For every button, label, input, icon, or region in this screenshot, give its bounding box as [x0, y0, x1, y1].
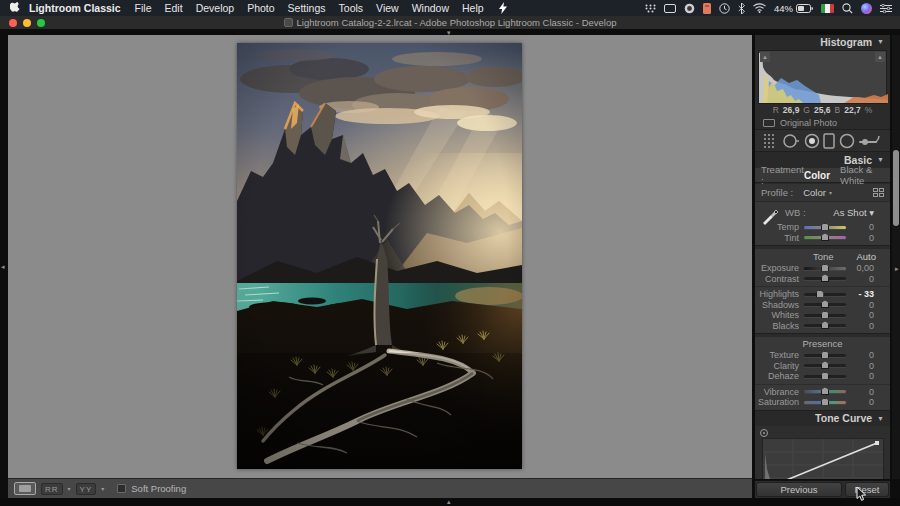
- show-top-panel-arrow-icon[interactable]: ▾: [447, 29, 451, 36]
- whites-slider[interactable]: [804, 314, 846, 317]
- menu-develop[interactable]: Develop: [196, 2, 235, 14]
- adjustment-brush-tool-icon[interactable]: [858, 134, 880, 148]
- exposure-slider-thumb[interactable]: [821, 264, 829, 272]
- previous-button[interactable]: Previous: [756, 482, 842, 497]
- loupe-view-button[interactable]: [14, 482, 36, 495]
- blacks-value: 0: [846, 321, 874, 331]
- highlight-clipping-indicator[interactable]: ▲: [875, 52, 885, 62]
- temp-slider[interactable]: [804, 226, 846, 229]
- shadow-clipping-indicator[interactable]: ▲: [760, 52, 770, 62]
- spot-removal-tool-icon[interactable]: [782, 133, 800, 149]
- before-after-dropdown-icon[interactable]: ▾: [101, 485, 104, 492]
- develop-footer-buttons: Previous Reset: [755, 480, 890, 498]
- tint-slider[interactable]: [804, 236, 846, 239]
- wb-preset-dropdown[interactable]: As Shot ▾: [833, 207, 874, 218]
- hide-right-panel-arrow-icon[interactable]: ▸: [895, 265, 899, 272]
- develop-canvas[interactable]: [8, 35, 752, 478]
- red-eye-tool-icon[interactable]: [804, 133, 820, 149]
- panel-scrollbar[interactable]: [892, 34, 900, 479]
- radial-filter-tool-icon[interactable]: [839, 133, 855, 149]
- highlights-slider[interactable]: [804, 293, 846, 296]
- dehaze-slider-thumb[interactable]: [821, 372, 829, 380]
- histogram-display[interactable]: ▲ ▲: [758, 50, 887, 104]
- tone-label: Tone: [813, 251, 834, 262]
- apple-menu-icon[interactable]: [10, 2, 21, 14]
- dehaze-slider[interactable]: [804, 375, 846, 378]
- contrast-slider-thumb[interactable]: [821, 274, 829, 282]
- show-filmstrip-arrow-icon[interactable]: ▴: [447, 498, 451, 505]
- app-status-icon[interactable]: [703, 3, 711, 14]
- whites-slider-thumb[interactable]: [821, 311, 829, 319]
- profile-dropdown-icon[interactable]: ▾: [829, 189, 832, 196]
- saturation-slider[interactable]: [804, 401, 846, 404]
- before-after-view-button[interactable]: YY: [76, 483, 97, 495]
- blacks-slider[interactable]: [804, 324, 846, 327]
- recorder-status-icon[interactable]: [684, 3, 695, 14]
- white-balance-section: WB : As Shot ▾ Temp 0 Tint 0: [755, 201, 890, 246]
- menu-window[interactable]: Window: [412, 2, 449, 14]
- shadows-slider-thumb[interactable]: [821, 300, 829, 308]
- histogram-panel-header[interactable]: Histogram ▼: [755, 34, 890, 49]
- menu-view[interactable]: View: [376, 2, 399, 14]
- show-left-panel-arrow-icon[interactable]: ◂: [1, 263, 5, 270]
- original-photo-row: Original Photo: [755, 116, 890, 129]
- soft-proofing-checkbox[interactable]: [117, 484, 126, 493]
- vibrance-slider-thumb[interactable]: [821, 387, 829, 395]
- reset-button[interactable]: Reset: [845, 482, 889, 497]
- bolt-menu-icon[interactable]: [499, 2, 507, 14]
- wb-eyedropper-icon[interactable]: [760, 206, 780, 228]
- treatment-bw-option[interactable]: Black & White: [840, 164, 884, 186]
- spotlight-search-icon[interactable]: [842, 3, 853, 14]
- histogram-collapse-icon[interactable]: ▼: [877, 38, 884, 45]
- shadows-slider[interactable]: [804, 303, 846, 306]
- tone-curve-graph[interactable]: [762, 438, 884, 480]
- input-language-flag-icon[interactable]: [821, 4, 834, 13]
- basic-collapse-icon[interactable]: ▼: [877, 156, 884, 163]
- photo-preview[interactable]: [237, 43, 522, 469]
- panel-scrollbar-thumb[interactable]: [893, 150, 899, 226]
- tint-slider-thumb[interactable]: [821, 233, 829, 241]
- clarity-slider-thumb[interactable]: [821, 361, 829, 369]
- shadows-slider-row: Shadows 0: [755, 300, 890, 311]
- menu-tools[interactable]: Tools: [339, 2, 364, 14]
- auto-tone-button[interactable]: Auto: [856, 251, 876, 262]
- reference-view-button[interactable]: RR: [41, 483, 63, 495]
- reference-view-dropdown-icon[interactable]: ▾: [68, 485, 71, 492]
- tone-curve-panel-header[interactable]: Tone Curve ▼: [755, 411, 890, 426]
- exposure-slider[interactable]: [804, 267, 846, 270]
- vibrance-slider[interactable]: [804, 390, 846, 393]
- bluetooth-status-icon[interactable]: [738, 3, 745, 14]
- contrast-slider[interactable]: [804, 277, 846, 280]
- keyboard-status-icon[interactable]: [645, 4, 656, 13]
- bottom-filmstrip-strip[interactable]: ▴: [0, 498, 900, 506]
- temp-slider-thumb[interactable]: [821, 223, 829, 231]
- b-channel-label: B: [835, 105, 841, 115]
- menu-file[interactable]: File: [135, 2, 152, 14]
- menu-edit[interactable]: Edit: [165, 2, 183, 14]
- treatment-color-option[interactable]: Color: [804, 170, 830, 181]
- active-app-name[interactable]: Lightroom Classic: [29, 2, 121, 14]
- texture-slider-thumb[interactable]: [821, 351, 829, 359]
- clarity-slider[interactable]: [804, 364, 846, 367]
- profile-value-dropdown[interactable]: Color: [803, 187, 826, 198]
- display-status-icon[interactable]: [664, 4, 676, 13]
- battery-indicator[interactable]: 44%: [774, 3, 813, 14]
- highlights-slider-thumb[interactable]: [816, 290, 824, 298]
- graduated-filter-tool-icon[interactable]: [823, 133, 835, 149]
- saturation-slider-thumb[interactable]: [821, 398, 829, 406]
- menu-settings[interactable]: Settings: [288, 2, 326, 14]
- tone-curve-collapse-icon[interactable]: ▼: [877, 415, 884, 422]
- profile-browser-icon[interactable]: [873, 188, 884, 197]
- menu-photo[interactable]: Photo: [247, 2, 274, 14]
- left-panel-strip[interactable]: ◂: [0, 29, 8, 498]
- texture-slider[interactable]: [804, 354, 846, 357]
- menu-help[interactable]: Help: [462, 2, 484, 14]
- crop-overlay-tool-icon[interactable]: [763, 133, 779, 149]
- top-panel-strip[interactable]: ▾: [0, 29, 900, 35]
- targeted-adjustment-icon[interactable]: [760, 429, 768, 437]
- siri-icon[interactable]: [861, 3, 872, 14]
- clock-status-icon[interactable]: [719, 3, 730, 14]
- wifi-status-icon[interactable]: [753, 3, 766, 13]
- blacks-slider-thumb[interactable]: [821, 321, 829, 329]
- control-center-icon[interactable]: [880, 4, 892, 13]
